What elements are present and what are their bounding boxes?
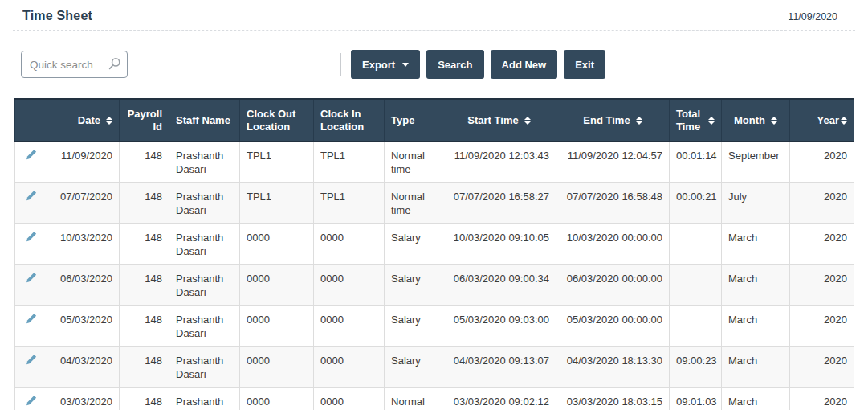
cell-clock-in-location: TPL1 xyxy=(314,183,385,224)
cell-type: Salary xyxy=(385,347,442,388)
edit-pencil-icon[interactable] xyxy=(24,229,39,244)
cell-type: Normal time xyxy=(385,141,442,183)
toolbar: Export Search Add New Exit xyxy=(21,50,838,79)
cell-total-time: 00:01:14 xyxy=(670,141,722,183)
cell-type: Salary xyxy=(385,224,442,265)
cell-total-time xyxy=(670,265,722,306)
cell-total-time xyxy=(670,224,722,265)
cell-payroll-id: 148 xyxy=(120,141,169,183)
export-label: Export xyxy=(362,59,395,71)
sort-icon[interactable] xyxy=(106,117,112,125)
cell-staff-name: Prashanth Dasari xyxy=(169,183,240,224)
cell-month: March xyxy=(722,388,790,410)
edit-pencil-icon[interactable] xyxy=(24,188,39,203)
cell-year: 2020 xyxy=(790,141,854,183)
add-new-label: Add New xyxy=(502,59,547,71)
cell-edit xyxy=(15,347,47,388)
search-icon xyxy=(108,57,121,71)
edit-pencil-icon[interactable] xyxy=(24,393,39,408)
header-divider xyxy=(13,30,855,31)
chevron-down-icon xyxy=(402,63,409,67)
col-label: End Time xyxy=(583,114,630,127)
sort-icon[interactable] xyxy=(524,117,531,125)
search-label: Search xyxy=(438,59,472,71)
cell-clock-out-location: 0000 xyxy=(240,306,314,347)
cell-start-time: 05/03/2020 09:03:00 xyxy=(442,306,556,347)
cell-payroll-id: 148 xyxy=(120,388,169,410)
col-label: Total Time xyxy=(676,108,703,133)
cell-clock-out-location: TPL1 xyxy=(240,183,314,224)
col-header-end_time[interactable]: End Time xyxy=(556,99,670,141)
table-row: 04/03/2020148Prashanth Dasari00000000Sal… xyxy=(15,347,854,388)
col-header-date[interactable]: Date xyxy=(47,99,120,141)
col-label: Type xyxy=(391,114,414,127)
exit-label: Exit xyxy=(575,59,594,71)
export-button[interactable]: Export xyxy=(351,50,420,79)
cell-month: March xyxy=(722,306,790,347)
cell-clock-in-location: 0000 xyxy=(314,306,385,347)
cell-staff-name: Prashanth Dasari xyxy=(169,265,240,306)
cell-date: 11/09/2020 xyxy=(47,141,120,183)
cell-year: 2020 xyxy=(790,347,854,388)
cell-date: 07/07/2020 xyxy=(47,183,120,224)
table-header: DatePayroll IdStaff NameClock Out Locati… xyxy=(15,99,854,141)
cell-month: July xyxy=(722,183,790,224)
col-header-edit xyxy=(15,99,47,141)
cell-start-time: 10/03/2020 09:10:05 xyxy=(442,224,556,265)
edit-pencil-icon[interactable] xyxy=(24,311,39,326)
edit-pencil-icon[interactable] xyxy=(24,352,39,367)
search-button[interactable]: Search xyxy=(426,50,483,79)
cell-end-time: 05/03/2020 00:00:00 xyxy=(556,306,670,347)
quick-search xyxy=(21,51,128,78)
col-label: Year xyxy=(817,114,839,127)
cell-type: Salary xyxy=(385,265,442,306)
exit-button[interactable]: Exit xyxy=(564,50,605,79)
cell-end-time: 06/03/2020 00:00:00 xyxy=(556,265,670,306)
cell-date: 03/03/2020 xyxy=(47,388,120,410)
col-header-total_time[interactable]: Total Time xyxy=(670,99,722,141)
sort-icon[interactable] xyxy=(636,117,642,125)
timesheet-table: DatePayroll IdStaff NameClock Out Locati… xyxy=(14,98,854,410)
cell-edit xyxy=(15,224,47,265)
sort-icon[interactable] xyxy=(708,117,715,125)
cell-payroll-id: 148 xyxy=(120,265,169,306)
cell-end-time: 03/03/2020 18:03:15 xyxy=(556,388,670,410)
col-label: Date xyxy=(78,114,100,127)
cell-clock-out-location: 0000 xyxy=(240,347,314,388)
col-label: Clock Out Location xyxy=(247,108,307,133)
current-date: 11/09/2020 xyxy=(788,9,837,23)
col-header-start_time[interactable]: Start Time xyxy=(442,99,556,141)
edit-pencil-icon[interactable] xyxy=(24,147,39,162)
edit-pencil-icon[interactable] xyxy=(24,270,39,285)
cell-end-time: 11/09/2020 12:04:57 xyxy=(556,141,670,183)
col-label: Start Time xyxy=(467,114,518,127)
col-header-month[interactable]: Month xyxy=(722,99,790,141)
table-row: 05/03/2020148Prashanth Dasari00000000Sal… xyxy=(15,306,854,347)
col-header-year[interactable]: Year xyxy=(790,99,854,141)
cell-total-time: 00:00:21 xyxy=(670,183,722,224)
cell-year: 2020 xyxy=(790,224,854,265)
col-label: Month xyxy=(734,114,765,127)
cell-edit xyxy=(15,141,47,183)
cell-start-time: 06/03/2020 09:00:34 xyxy=(442,265,556,306)
cell-total-time: 09:01:03 xyxy=(670,388,722,410)
cell-staff-name: Prashanth Dasari xyxy=(169,224,240,265)
cell-staff-name: Prashanth Dasari xyxy=(169,306,240,347)
add-new-button[interactable]: Add New xyxy=(491,50,558,79)
cell-clock-in-location: 0000 xyxy=(314,265,385,306)
col-header-payroll_id: Payroll Id xyxy=(120,99,169,141)
cell-month: September xyxy=(722,141,790,183)
cell-clock-in-location: 0000 xyxy=(314,224,385,265)
cell-start-time: 11/09/2020 12:03:43 xyxy=(442,141,556,183)
cell-type: Salary xyxy=(385,306,442,347)
table-row: 10/03/2020148Prashanth Dasari00000000Sal… xyxy=(15,224,854,265)
col-label: Staff Name xyxy=(176,114,230,127)
cell-clock-in-location: 0000 xyxy=(314,388,385,410)
cell-total-time: 09:00:23 xyxy=(670,347,722,388)
col-label: Payroll Id xyxy=(126,108,162,133)
cell-start-time: 03/03/2020 09:02:12 xyxy=(442,388,556,410)
sort-icon[interactable] xyxy=(841,117,847,125)
table-body: 11/09/2020148Prashanth DasariTPL1TPL1Nor… xyxy=(15,141,854,410)
cell-staff-name: Prashanth Dasari xyxy=(169,347,240,388)
sort-icon[interactable] xyxy=(771,117,777,125)
